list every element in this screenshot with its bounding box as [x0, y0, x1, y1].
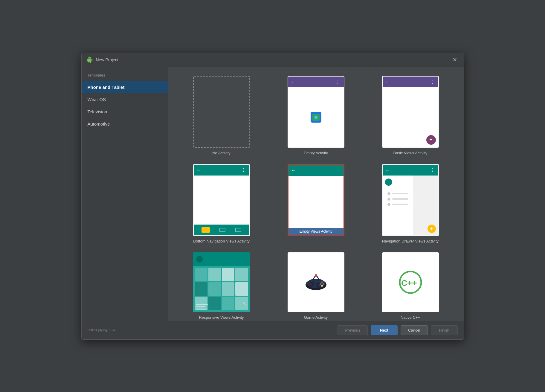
template-no-activity[interactable]: No Activity: [180, 76, 263, 155]
menu-dots-icon: ⋮: [430, 167, 435, 173]
dialog-title-left: New Project: [86, 57, 118, 63]
back-arrow-icon: ←: [386, 168, 390, 173]
android-cube-logo: [307, 108, 325, 126]
fab-icon: +: [426, 135, 436, 145]
svg-point-14: [320, 283, 321, 285]
svg-point-13: [323, 283, 324, 285]
bottom-nav-body: [194, 176, 249, 225]
sidebar: Templates Phone and Tablet Wear OS Telev…: [82, 67, 168, 321]
menu-dots-icon: ⋮: [430, 79, 435, 85]
list-item: [387, 198, 408, 201]
dialog-title-text: New Project: [96, 57, 118, 62]
bottom-nav-bar: [194, 225, 249, 235]
cancel-button[interactable]: Cancel: [401, 325, 428, 335]
nav-drawer-body: +: [383, 176, 438, 235]
svg-point-16: [315, 274, 317, 277]
nav-drawer-label: Navigation Drawer Views Activity: [382, 239, 439, 243]
bottom-nav-label: Bottom Navigation Views Activity: [193, 239, 249, 243]
svg-rect-2: [315, 116, 317, 119]
dialog-footer: CSDN @ying_1026 Previous Next Cancel Fin…: [82, 321, 464, 339]
template-empty-views-activity[interactable]: ← Empty Views Activity Empty Views Activ…: [275, 164, 357, 243]
nav-drawer-preview: ← ⋮: [382, 164, 439, 236]
sidebar-item-television[interactable]: Television: [82, 106, 168, 118]
bottom-nav-header: ← ⋮: [194, 165, 249, 176]
watermark-text: CSDN @ying_1026: [88, 328, 116, 332]
template-game-activity[interactable]: Game Activity: [275, 252, 357, 320]
empty-activity-body: [288, 87, 344, 147]
svg-point-15: [321, 285, 323, 287]
basic-views-preview: ← ⋮ +: [382, 76, 439, 148]
basic-views-header: ← ⋮: [383, 77, 438, 87]
nav-item-2: [235, 228, 241, 232]
nav-drawer-header: ← ⋮: [383, 165, 438, 176]
no-activity-label: No Activity: [212, 151, 230, 155]
responsive-avatar: [196, 256, 203, 263]
dialog-body: Templates Phone and Tablet Wear OS Telev…: [82, 67, 464, 321]
selected-overlay: Empty Views Activity: [288, 228, 344, 235]
sidebar-item-phone-tablet[interactable]: Phone and Tablet: [82, 81, 168, 93]
back-arrow-icon: ←: [197, 168, 201, 173]
empty-views-header: ←: [288, 165, 344, 176]
drawer-panel: [383, 176, 413, 235]
chart-legend: [196, 304, 208, 310]
cpp-logo-icon: C++: [397, 270, 424, 294]
responsive-views-preview: ↑: [193, 252, 250, 312]
empty-views-body: [288, 176, 344, 235]
template-bottom-navigation[interactable]: ← ⋮ Bottom Navigation Views Activity: [180, 164, 263, 243]
new-project-dialog: New Project ✕ Templates Phone and Tablet…: [81, 53, 464, 340]
responsive-views-label: Responsive Views Activity: [199, 315, 244, 320]
templates-area: No Activity ← ⋮: [168, 67, 464, 321]
empty-activity-preview: ← ⋮: [288, 76, 344, 148]
native-cpp-label: Native C++: [401, 315, 420, 320]
empty-activity-label: Empty Activity: [304, 151, 328, 155]
back-arrow-icon: ←: [291, 80, 295, 84]
template-native-cpp[interactable]: C++ Native C++: [369, 252, 452, 320]
list-item: [387, 203, 408, 206]
dialog-titlebar: New Project ✕: [82, 53, 464, 67]
game-activity-label: Game Activity: [304, 315, 328, 320]
close-button[interactable]: ✕: [451, 57, 459, 63]
list-item: [387, 192, 408, 195]
svg-text:C++: C++: [401, 278, 417, 288]
basic-views-label: Basic Views Activity: [393, 151, 428, 155]
nav-item-selected: [201, 227, 210, 233]
menu-dots-icon: ⋮: [241, 167, 246, 173]
empty-views-preview: ← Empty Views Activity: [288, 164, 344, 236]
sidebar-item-automotive[interactable]: Automotive: [82, 118, 168, 130]
svg-rect-10: [306, 283, 308, 284]
menu-dots-icon: ⋮: [335, 79, 341, 85]
svg-point-12: [321, 281, 323, 283]
templates-grid: No Activity ← ⋮: [180, 76, 452, 321]
drawer-avatar: [385, 179, 392, 186]
drawer-list: [385, 190, 411, 208]
empty-activity-header: ← ⋮: [288, 77, 344, 87]
native-cpp-preview: C++: [382, 252, 439, 312]
responsive-header: [193, 252, 250, 266]
template-basic-views-activity[interactable]: ← ⋮ + Basic Views Activity: [369, 76, 452, 155]
sidebar-item-wear-os[interactable]: Wear OS: [82, 93, 168, 106]
basic-views-body: +: [383, 87, 438, 147]
previous-button[interactable]: Previous: [338, 325, 368, 335]
next-button[interactable]: Next: [371, 325, 398, 335]
templates-label: Templates: [82, 73, 168, 81]
gamepad-icon: [304, 273, 328, 291]
svg-rect-9: [308, 282, 310, 286]
game-activity-preview: [288, 252, 344, 312]
android-icon: [86, 57, 93, 63]
no-activity-preview: [193, 76, 250, 148]
finish-button[interactable]: Finish: [431, 325, 458, 335]
back-arrow-icon: ←: [291, 168, 296, 173]
back-arrow-icon: ←: [386, 80, 390, 84]
template-empty-activity[interactable]: ← ⋮: [275, 76, 357, 155]
template-navigation-drawer[interactable]: ← ⋮: [369, 164, 452, 243]
nav-item-1: [219, 228, 225, 232]
svg-rect-11: [310, 283, 312, 284]
bottom-nav-preview: ← ⋮: [193, 164, 250, 236]
template-responsive-views[interactable]: ↑ Responsive Views Activity: [180, 252, 263, 320]
nav-drawer-fab: +: [428, 225, 436, 233]
